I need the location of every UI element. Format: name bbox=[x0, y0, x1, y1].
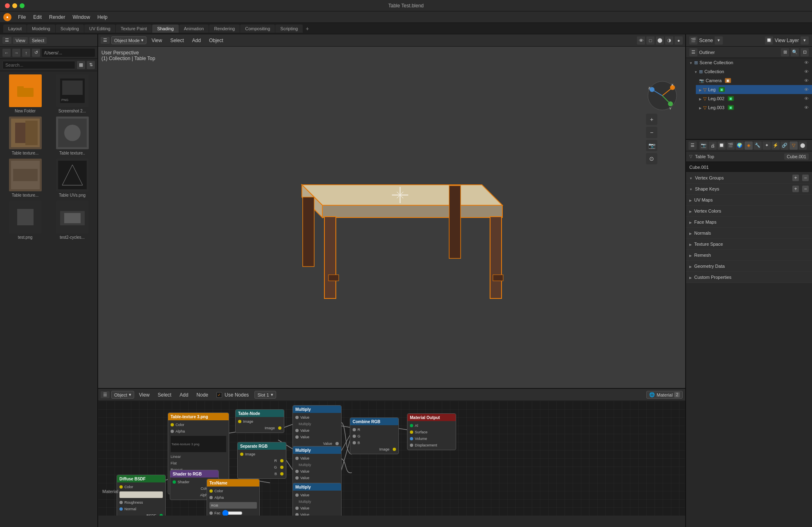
list-item[interactable]: PNG Screenshot 2... bbox=[50, 74, 94, 113]
close-button[interactable] bbox=[5, 3, 10, 8]
outliner-leg002[interactable]: ▽ Leg.002 ▣ 👁 bbox=[696, 94, 812, 103]
diffuse-bsdf-node[interactable]: Diffuse BSDF Color Roughness Normal BSDF bbox=[117, 475, 166, 516]
nav-back[interactable]: ← bbox=[2, 49, 11, 57]
modifier-props-tab[interactable]: 🔧 bbox=[754, 141, 762, 150]
particles-props-tab[interactable]: ✦ bbox=[763, 141, 771, 150]
outliner-filter-btn[interactable]: ⊞ bbox=[781, 48, 789, 56]
eye-icon[interactable]: 👁 bbox=[804, 96, 809, 101]
outliner-leg003[interactable]: ▽ Leg.003 ▣ 👁 bbox=[696, 103, 812, 112]
tab-texture-paint[interactable]: Texture Paint bbox=[116, 25, 152, 33]
filter-btn[interactable]: ▦ bbox=[77, 61, 85, 69]
tab-layout[interactable]: Layout bbox=[3, 25, 27, 33]
list-item[interactable]: test.png bbox=[3, 201, 47, 240]
material-selector[interactable]: 🌐 Material 2 bbox=[646, 391, 683, 399]
node-add-menu[interactable]: Add bbox=[176, 391, 191, 399]
texname-node[interactable]: TexName Color Alpha RGB Fac No bbox=[207, 479, 260, 516]
props-icon[interactable]: ☰ bbox=[688, 141, 697, 150]
menu-file[interactable]: File bbox=[15, 13, 29, 21]
fac-slider[interactable] bbox=[222, 511, 243, 515]
menu-render[interactable]: Render bbox=[46, 13, 68, 21]
outliner-funnel-btn[interactable]: ⊡ bbox=[801, 48, 809, 56]
remove-shape-key-btn[interactable]: − bbox=[802, 186, 809, 192]
list-item[interactable]: New Folder bbox=[3, 74, 47, 113]
select-btn[interactable]: Select bbox=[29, 37, 47, 44]
scene-dropdown-btn[interactable]: ▾ bbox=[715, 36, 723, 45]
object-menu[interactable]: Object bbox=[206, 36, 227, 45]
search-input[interactable] bbox=[2, 61, 75, 69]
viewport-shading-rendered[interactable]: ● bbox=[675, 36, 683, 45]
menu-window[interactable]: Window bbox=[69, 13, 93, 21]
list-item[interactable]: Table texture... bbox=[3, 117, 47, 155]
path-bar[interactable]: /Users/... bbox=[42, 49, 95, 57]
nav-forward[interactable]: → bbox=[12, 49, 20, 57]
render-props-tab[interactable]: 📷 bbox=[700, 141, 708, 150]
minimize-button[interactable] bbox=[12, 3, 17, 8]
local-view-btn[interactable]: ⊙ bbox=[646, 153, 657, 164]
tab-sculpting[interactable]: Sculpting bbox=[56, 25, 84, 33]
viewport-shading-material[interactable]: ◑ bbox=[665, 36, 673, 45]
menu-help[interactable]: Help bbox=[94, 13, 111, 21]
custom-properties-header[interactable]: Custom Properties bbox=[686, 272, 812, 283]
multiply3-node[interactable]: Multiply Value Multiply Value Value Valu… bbox=[292, 483, 342, 516]
camera-view-btn[interactable]: 📷 bbox=[646, 140, 657, 151]
menu-edit[interactable]: Edit bbox=[30, 13, 45, 21]
outliner-icon[interactable]: ☰ bbox=[689, 48, 697, 56]
viewport-3d[interactable]: User Perspective (1) Collection | Table … bbox=[98, 47, 685, 388]
tab-shading[interactable]: Shading bbox=[152, 25, 178, 33]
tab-compositing[interactable]: Compositing bbox=[240, 25, 275, 33]
viewport-shading-wire[interactable]: □ bbox=[646, 36, 655, 45]
normals-header[interactable]: Normals bbox=[686, 228, 812, 238]
combine-rgb-node[interactable]: Combine RGB R G B Image bbox=[350, 417, 399, 454]
view-btn[interactable]: View bbox=[13, 37, 28, 44]
face-maps-header[interactable]: Face Maps bbox=[686, 217, 812, 227]
nav-up[interactable]: ↑ bbox=[22, 49, 30, 57]
tab-animation[interactable]: Animation bbox=[179, 25, 209, 33]
eye-icon[interactable]: 👁 bbox=[804, 69, 809, 74]
output-props-tab[interactable]: 🖨 bbox=[709, 141, 717, 150]
window-controls[interactable] bbox=[5, 3, 25, 8]
list-item[interactable]: Table UVs.png bbox=[50, 159, 94, 197]
vertex-colors-header[interactable]: Vertex Colors bbox=[686, 206, 812, 216]
zoom-out-btn[interactable]: − bbox=[646, 127, 657, 138]
vertex-groups-header[interactable]: Vertex Groups + − bbox=[686, 173, 812, 183]
object-mode-dropdown[interactable]: Object Mode ▾ bbox=[111, 36, 146, 44]
maximize-button[interactable] bbox=[20, 3, 25, 8]
eye-icon[interactable]: 👁 bbox=[804, 78, 809, 83]
separate-rgb-node[interactable]: Separate RGB Image R G B bbox=[237, 442, 286, 479]
node-view-menu[interactable]: View bbox=[136, 391, 153, 399]
view-menu[interactable]: View bbox=[148, 36, 165, 45]
view-layer-icon[interactable]: 🔲 bbox=[765, 36, 773, 45]
viewport-shading-solid[interactable]: ⬤ bbox=[656, 36, 664, 45]
remesh-header[interactable]: Remesh bbox=[686, 250, 812, 260]
tab-rendering[interactable]: Rendering bbox=[209, 25, 240, 33]
material-props-tab[interactable]: ⬤ bbox=[799, 141, 807, 150]
list-item[interactable]: Table texture.. bbox=[50, 117, 94, 155]
geometry-data-header[interactable]: Geometry Data bbox=[686, 261, 812, 271]
left-panel-icon-btn[interactable]: ☰ bbox=[2, 37, 11, 44]
physics-props-tab[interactable]: ⚡ bbox=[772, 141, 780, 150]
use-nodes-checkbox[interactable] bbox=[216, 392, 222, 398]
material-output-node[interactable]: Material Output Al Surface Volume Displa… bbox=[407, 413, 456, 450]
tab-scripting[interactable]: Scripting bbox=[275, 25, 303, 33]
constraints-props-tab[interactable]: 🔗 bbox=[781, 141, 789, 150]
add-shape-key-btn[interactable]: + bbox=[792, 186, 799, 192]
node-node-menu[interactable]: Node bbox=[193, 391, 211, 399]
node-editor-icon[interactable]: ☰ bbox=[101, 391, 110, 398]
uv-maps-header[interactable]: UV Maps bbox=[686, 195, 812, 205]
sort-btn[interactable]: ⇅ bbox=[87, 61, 95, 69]
remove-vertex-group-btn[interactable]: − bbox=[802, 175, 809, 181]
outliner-scene-collection[interactable]: ⊞ Scene Collection 👁 bbox=[686, 58, 812, 67]
list-item[interactable]: test2-cycles... bbox=[50, 201, 94, 240]
add-menu[interactable]: Add bbox=[189, 36, 204, 45]
texture-space-header[interactable]: Texture Space bbox=[686, 239, 812, 249]
scene-props-tab[interactable]: 🎬 bbox=[727, 141, 735, 150]
view-layer-props-tab[interactable]: 🔲 bbox=[718, 141, 726, 150]
scene-icon[interactable]: 🎬 bbox=[689, 36, 697, 45]
outliner-search-btn[interactable]: 🔍 bbox=[791, 48, 799, 56]
node-canvas[interactable]: Table-texture 3.png Color Alpha Table-te… bbox=[98, 401, 685, 516]
object-props-tab[interactable]: ◈ bbox=[745, 141, 753, 150]
eye-icon[interactable]: 👁 bbox=[804, 60, 809, 65]
slot-dropdown[interactable]: Slot 1 ▾ bbox=[254, 391, 276, 399]
zoom-in-btn[interactable]: + bbox=[646, 114, 657, 125]
tab-modeling[interactable]: Modeling bbox=[27, 25, 55, 33]
